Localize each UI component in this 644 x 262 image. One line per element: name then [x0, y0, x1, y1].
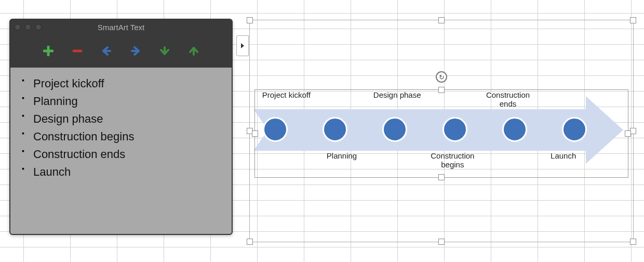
- list-item[interactable]: Construction begins: [18, 128, 224, 146]
- resize-handle[interactable]: [438, 174, 445, 180]
- plus-icon[interactable]: [43, 45, 54, 57]
- resize-handle[interactable]: [630, 239, 636, 245]
- list-item[interactable]: Launch: [18, 163, 224, 181]
- resize-handle[interactable]: [438, 239, 445, 245]
- zoom-icon[interactable]: [35, 24, 42, 30]
- expand-text-pane-button[interactable]: [236, 35, 249, 56]
- bullet-list[interactable]: Project kickoff Planning Design phase Co…: [18, 75, 224, 181]
- rotate-handle[interactable]: ↻: [436, 71, 447, 83]
- arrow-left-icon[interactable]: [101, 45, 112, 57]
- arrow-down-icon[interactable]: [159, 45, 170, 57]
- smartart-text-panel[interactable]: SmartArt Text Project kickoff Planning D…: [9, 19, 233, 235]
- close-icon[interactable]: [15, 24, 21, 30]
- resize-handle[interactable]: [247, 239, 253, 245]
- arrow-right-icon[interactable]: [130, 45, 141, 57]
- window-controls[interactable]: [15, 24, 42, 30]
- rotate-icon: ↻: [439, 73, 445, 81]
- panel-titlebar[interactable]: SmartArt Text: [10, 20, 232, 34]
- resize-handle[interactable]: [625, 130, 631, 137]
- resize-handle[interactable]: [252, 130, 258, 137]
- inner-selection-frame[interactable]: ↻: [254, 89, 628, 178]
- panel-text-area[interactable]: Project kickoff Planning Design phase Co…: [10, 68, 232, 234]
- list-item[interactable]: Construction ends: [18, 146, 224, 163]
- minimize-icon[interactable]: [25, 24, 31, 30]
- list-item[interactable]: Design phase: [18, 110, 224, 128]
- arrow-up-icon[interactable]: [188, 45, 199, 57]
- resize-handle[interactable]: [247, 17, 253, 23]
- panel-title: SmartArt Text: [10, 23, 232, 32]
- minus-icon[interactable]: [72, 45, 83, 57]
- panel-toolbar: [10, 34, 232, 68]
- list-item[interactable]: Project kickoff: [18, 75, 224, 93]
- resize-handle[interactable]: [438, 17, 445, 23]
- expand-caret-icon: [240, 42, 245, 49]
- resize-handle[interactable]: [438, 87, 445, 93]
- list-item[interactable]: Planning: [18, 93, 224, 110]
- resize-handle[interactable]: [630, 17, 636, 23]
